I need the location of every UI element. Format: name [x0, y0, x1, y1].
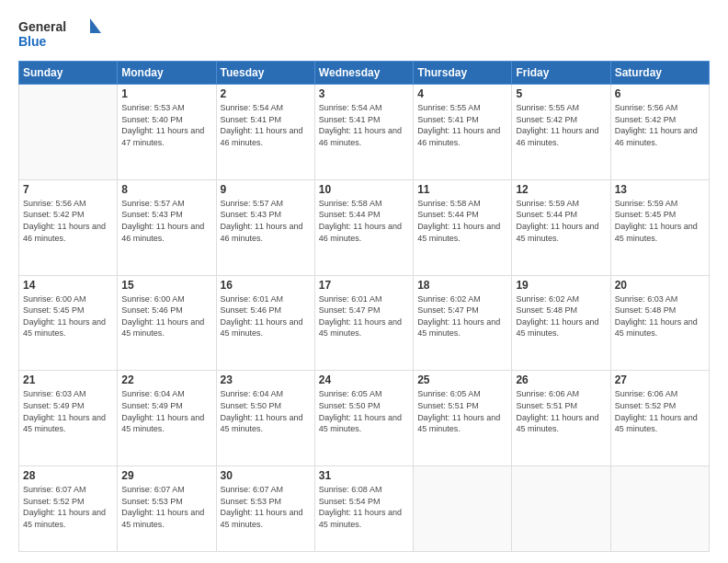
- day-number: 20: [615, 279, 705, 292]
- calendar-week-row: 21Sunrise: 6:03 AMSunset: 5:49 PMDayligh…: [19, 371, 710, 466]
- svg-text:Blue: Blue: [18, 34, 47, 49]
- day-info: Sunrise: 5:58 AMSunset: 5:44 PMDaylight:…: [319, 198, 409, 244]
- day-info: Sunrise: 6:03 AMSunset: 5:49 PMDaylight:…: [23, 388, 113, 434]
- day-number: 31: [319, 469, 409, 482]
- calendar-cell: 21Sunrise: 6:03 AMSunset: 5:49 PMDayligh…: [19, 371, 118, 466]
- day-number: 5: [516, 87, 606, 100]
- calendar-cell: 15Sunrise: 6:00 AMSunset: 5:46 PMDayligh…: [118, 275, 216, 371]
- day-info: Sunrise: 6:07 AMSunset: 5:53 PMDaylight:…: [121, 484, 211, 530]
- day-number: 10: [319, 183, 409, 196]
- calendar-cell: 24Sunrise: 6:05 AMSunset: 5:50 PMDayligh…: [314, 371, 413, 466]
- calendar-cell: 23Sunrise: 6:04 AMSunset: 5:50 PMDayligh…: [216, 371, 314, 466]
- day-info: Sunrise: 5:55 AMSunset: 5:41 PMDaylight:…: [417, 102, 507, 148]
- calendar-cell: 9Sunrise: 5:57 AMSunset: 5:43 PMDaylight…: [216, 179, 314, 275]
- calendar-cell: 28Sunrise: 6:07 AMSunset: 5:52 PMDayligh…: [19, 466, 118, 552]
- svg-text:General: General: [18, 19, 66, 34]
- page: General Blue SundayMondayTuesdayWednesda…: [0, 0, 728, 563]
- day-number: 14: [23, 279, 113, 292]
- calendar-cell: 11Sunrise: 5:58 AMSunset: 5:44 PMDayligh…: [414, 179, 512, 275]
- day-number: 12: [516, 183, 606, 196]
- calendar-week-row: 28Sunrise: 6:07 AMSunset: 5:52 PMDayligh…: [19, 466, 710, 552]
- day-number: 8: [121, 183, 211, 196]
- svg-marker-2: [90, 18, 101, 33]
- calendar-cell: 31Sunrise: 6:08 AMSunset: 5:54 PMDayligh…: [314, 466, 413, 552]
- day-info: Sunrise: 6:02 AMSunset: 5:47 PMDaylight:…: [417, 293, 507, 339]
- day-number: 9: [221, 183, 311, 196]
- day-number: 4: [417, 87, 507, 100]
- day-number: 19: [516, 279, 606, 292]
- header: General Blue: [18, 17, 710, 52]
- calendar-cell: [512, 466, 610, 552]
- day-info: Sunrise: 6:03 AMSunset: 5:48 PMDaylight:…: [615, 293, 705, 339]
- day-info: Sunrise: 6:00 AMSunset: 5:46 PMDaylight:…: [121, 293, 211, 339]
- day-number: 30: [221, 469, 311, 482]
- day-info: Sunrise: 5:59 AMSunset: 5:45 PMDaylight:…: [615, 198, 705, 244]
- calendar-cell: [19, 85, 118, 180]
- calendar-cell: 2Sunrise: 5:54 AMSunset: 5:41 PMDaylight…: [216, 85, 314, 180]
- day-number: 23: [221, 373, 311, 386]
- calendar-cell: 18Sunrise: 6:02 AMSunset: 5:47 PMDayligh…: [414, 275, 512, 371]
- weekday-header-monday: Monday: [118, 62, 216, 85]
- weekday-header-row: SundayMondayTuesdayWednesdayThursdayFrid…: [19, 62, 710, 85]
- weekday-header-tuesday: Tuesday: [216, 62, 314, 85]
- day-info: Sunrise: 6:01 AMSunset: 5:46 PMDaylight:…: [221, 293, 311, 339]
- day-number: 18: [417, 279, 507, 292]
- calendar-cell: 7Sunrise: 5:56 AMSunset: 5:42 PMDaylight…: [19, 179, 118, 275]
- weekday-header-friday: Friday: [512, 62, 610, 85]
- calendar-cell: 10Sunrise: 5:58 AMSunset: 5:44 PMDayligh…: [314, 179, 413, 275]
- logo-svg: General Blue: [18, 17, 101, 52]
- weekday-header-wednesday: Wednesday: [314, 62, 413, 85]
- day-info: Sunrise: 6:07 AMSunset: 5:52 PMDaylight:…: [23, 484, 113, 530]
- day-number: 17: [319, 279, 409, 292]
- day-info: Sunrise: 6:00 AMSunset: 5:45 PMDaylight:…: [23, 293, 113, 339]
- calendar-cell: 25Sunrise: 6:05 AMSunset: 5:51 PMDayligh…: [414, 371, 512, 466]
- day-number: 15: [121, 279, 211, 292]
- calendar-cell: 17Sunrise: 6:01 AMSunset: 5:47 PMDayligh…: [314, 275, 413, 371]
- day-info: Sunrise: 5:57 AMSunset: 5:43 PMDaylight:…: [221, 198, 311, 244]
- day-info: Sunrise: 5:54 AMSunset: 5:41 PMDaylight:…: [319, 102, 409, 148]
- calendar-cell: 14Sunrise: 6:00 AMSunset: 5:45 PMDayligh…: [19, 275, 118, 371]
- weekday-header-saturday: Saturday: [610, 62, 709, 85]
- calendar-cell: 30Sunrise: 6:07 AMSunset: 5:53 PMDayligh…: [216, 466, 314, 552]
- day-info: Sunrise: 5:56 AMSunset: 5:42 PMDaylight:…: [615, 102, 705, 148]
- logo: General Blue: [18, 17, 101, 52]
- calendar-cell: 3Sunrise: 5:54 AMSunset: 5:41 PMDaylight…: [314, 85, 413, 180]
- weekday-header-thursday: Thursday: [414, 62, 512, 85]
- calendar-table: SundayMondayTuesdayWednesdayThursdayFrid…: [18, 61, 710, 552]
- calendar-cell: [610, 466, 709, 552]
- day-info: Sunrise: 6:04 AMSunset: 5:49 PMDaylight:…: [121, 388, 211, 434]
- weekday-header-sunday: Sunday: [19, 62, 118, 85]
- calendar-cell: 29Sunrise: 6:07 AMSunset: 5:53 PMDayligh…: [118, 466, 216, 552]
- day-info: Sunrise: 6:07 AMSunset: 5:53 PMDaylight:…: [221, 484, 311, 530]
- calendar-cell: 22Sunrise: 6:04 AMSunset: 5:49 PMDayligh…: [118, 371, 216, 466]
- calendar-cell: 4Sunrise: 5:55 AMSunset: 5:41 PMDaylight…: [414, 85, 512, 180]
- day-info: Sunrise: 5:59 AMSunset: 5:44 PMDaylight:…: [516, 198, 606, 244]
- calendar-cell: 19Sunrise: 6:02 AMSunset: 5:48 PMDayligh…: [512, 275, 610, 371]
- calendar-cell: 27Sunrise: 6:06 AMSunset: 5:52 PMDayligh…: [610, 371, 709, 466]
- day-number: 29: [121, 469, 211, 482]
- calendar-cell: 12Sunrise: 5:59 AMSunset: 5:44 PMDayligh…: [512, 179, 610, 275]
- day-info: Sunrise: 5:58 AMSunset: 5:44 PMDaylight:…: [417, 198, 507, 244]
- day-number: 21: [23, 373, 113, 386]
- day-number: 16: [221, 279, 311, 292]
- day-info: Sunrise: 6:08 AMSunset: 5:54 PMDaylight:…: [319, 484, 409, 530]
- day-info: Sunrise: 5:55 AMSunset: 5:42 PMDaylight:…: [516, 102, 606, 148]
- day-number: 28: [23, 469, 113, 482]
- day-info: Sunrise: 5:53 AMSunset: 5:40 PMDaylight:…: [121, 102, 211, 148]
- calendar-cell: 16Sunrise: 6:01 AMSunset: 5:46 PMDayligh…: [216, 275, 314, 371]
- day-number: 7: [23, 183, 113, 196]
- day-number: 27: [615, 373, 705, 386]
- day-number: 13: [615, 183, 705, 196]
- calendar-cell: 6Sunrise: 5:56 AMSunset: 5:42 PMDaylight…: [610, 85, 709, 180]
- calendar-cell: 5Sunrise: 5:55 AMSunset: 5:42 PMDaylight…: [512, 85, 610, 180]
- calendar-cell: 20Sunrise: 6:03 AMSunset: 5:48 PMDayligh…: [610, 275, 709, 371]
- calendar-cell: 13Sunrise: 5:59 AMSunset: 5:45 PMDayligh…: [610, 179, 709, 275]
- day-number: 22: [121, 373, 211, 386]
- day-number: 24: [319, 373, 409, 386]
- day-number: 11: [417, 183, 507, 196]
- day-info: Sunrise: 6:01 AMSunset: 5:47 PMDaylight:…: [319, 293, 409, 339]
- day-number: 1: [121, 87, 211, 100]
- day-info: Sunrise: 6:06 AMSunset: 5:51 PMDaylight:…: [516, 388, 606, 434]
- day-info: Sunrise: 6:04 AMSunset: 5:50 PMDaylight:…: [221, 388, 311, 434]
- day-number: 3: [319, 87, 409, 100]
